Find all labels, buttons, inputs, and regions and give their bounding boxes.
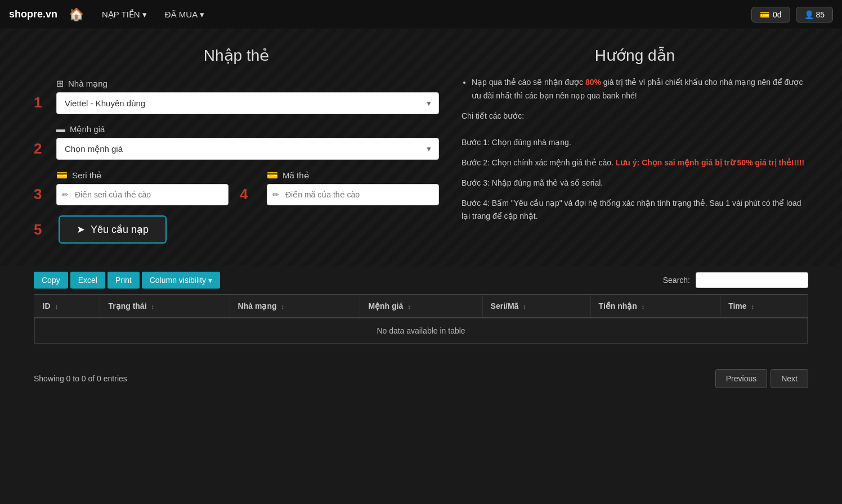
wallet-badge: 💳 0đ: [751, 7, 790, 22]
denomination-select[interactable]: Chọn mệnh giá 10,000 20,000 50,000 100,0…: [56, 138, 439, 160]
navbar-right: 💳 0đ 👤 85: [751, 7, 833, 22]
network-select[interactable]: Viettel - Khuyên dùng Mobifone Vinaphone…: [56, 92, 439, 114]
col-trang-thai-sort: ↕: [151, 303, 154, 310]
submit-button[interactable]: ➤ Yêu cầu nạp: [59, 215, 167, 244]
submit-icon: ➤: [77, 223, 85, 236]
brand-logo[interactable]: shopre.vn: [9, 8, 57, 20]
wallet-icon: 💳: [760, 10, 769, 19]
search-input[interactable]: [696, 272, 808, 288]
col-time-label: Time: [728, 302, 746, 310]
two-col-inputs: 💳 Seri thẻ ✏ 4 💳 Mã thẻ: [56, 170, 439, 205]
col-seri-ma-label: Seri/Mã: [491, 302, 519, 310]
guide-step3: Bước 3: Nhập đúng mã thẻ và số serial.: [462, 177, 808, 190]
col-visibility-button[interactable]: Column visibility ▾: [142, 272, 220, 289]
pagination-row: Showing 0 to 0 of 0 entries Previous Nex…: [0, 361, 842, 396]
col-menh-gia-sort: ↕: [407, 303, 411, 310]
guide-title: Hướng dẫn: [462, 46, 808, 65]
ma-icon: 💳: [267, 170, 278, 181]
guide-step4: Bước 4: Bấm "Yêu cầu nạp" và đợi hệ thốn…: [462, 197, 808, 224]
col-id-label: ID: [43, 302, 51, 310]
guide-percent: 80%: [585, 78, 601, 87]
user-badge: 👤 85: [796, 7, 833, 22]
seri-input-wrapper: ✏: [56, 184, 229, 205]
table-section: Copy Excel Print Column visibility ▾ Sea…: [0, 266, 842, 361]
ma-input-wrapper: ✏: [267, 184, 439, 205]
copy-button[interactable]: Copy: [34, 272, 68, 289]
guide-text: Nạp qua thẻ cào sẽ nhận được 80% giá trị…: [462, 76, 808, 223]
no-data-cell: No data available in table: [35, 318, 808, 344]
table-toolbar: Copy Excel Print Column visibility ▾ Sea…: [34, 272, 808, 289]
col-time[interactable]: Time ↕: [720, 295, 808, 318]
network-icon: ⊞: [56, 78, 64, 89]
col-nha-mang-sort: ↕: [281, 303, 284, 310]
col-trang-thai-label: Trạng thái: [108, 302, 146, 310]
submit-label: Yêu cầu nạp: [91, 223, 149, 236]
previous-button[interactable]: Previous: [715, 369, 767, 388]
step3-content: 💳 Seri thẻ ✏: [56, 170, 229, 205]
form-title: Nhập thẻ: [34, 46, 439, 65]
form-step-1: 1 ⊞ Nhà mạng Viettel - Khuyên dùng Mobif…: [34, 78, 439, 114]
excel-button[interactable]: Excel: [70, 272, 105, 289]
col-menh-gia-label: Mệnh giá: [368, 302, 403, 310]
step4-label: 💳 Mã thẻ: [267, 170, 439, 181]
col-seri-ma[interactable]: Seri/Mã ↕: [482, 295, 590, 318]
menu-item-nap-tien[interactable]: NẠP TIỀN ▾: [95, 6, 154, 23]
data-table: ID ↕ Trạng thái ↕ Nhà mạng ↕ Mệnh giá ↕: [34, 295, 808, 344]
print-button[interactable]: Print: [108, 272, 140, 289]
next-button[interactable]: Next: [771, 369, 808, 388]
step4-label-text: Mã thẻ: [283, 170, 309, 181]
guide-step2-prefix: Bước 2: Chọn chính xác mệnh giá thẻ cào.: [462, 158, 616, 167]
col-id[interactable]: ID ↕: [35, 295, 100, 318]
wallet-amount: 0đ: [773, 10, 782, 19]
search-label: Search:: [663, 276, 690, 285]
guide-step4-text: Bước 4: Bấm "Yêu cầu nạp" và đợi hệ thốn…: [462, 199, 801, 221]
main-content: Nhập thẻ 1 ⊞ Nhà mạng Viettel - Khuyên d…: [0, 40, 842, 260]
guide-step2-warn: Lưu ý: Chọn sai mệnh giá bị trừ 50% giá …: [616, 158, 804, 167]
col-tien-nhan-label: Tiền nhận: [599, 302, 637, 310]
form-step-2: 2 ▬ Mệnh giá Chọn mệnh giá 10,000 20,000…: [34, 124, 439, 160]
denomination-select-wrapper: Chọn mệnh giá 10,000 20,000 50,000 100,0…: [56, 138, 439, 160]
home-icon[interactable]: 🏠: [69, 7, 84, 22]
guide-step2: Bước 2: Chọn chính xác mệnh giá thẻ cào.…: [462, 156, 808, 170]
step1-content: ⊞ Nhà mạng Viettel - Khuyên dùng Mobifon…: [56, 78, 439, 114]
col-time-sort: ↕: [751, 303, 754, 310]
step-number-3: 3: [34, 170, 50, 203]
showing-text: Showing 0 to 0 of 0 entries: [34, 374, 127, 383]
col-tien-nhan[interactable]: Tiền nhận ↕: [590, 295, 720, 318]
table-head: ID ↕ Trạng thái ↕ Nhà mạng ↕ Mệnh giá ↕: [35, 295, 808, 318]
denomination-icon: ▬: [56, 124, 65, 134]
step3-label-text: Seri thẻ: [72, 170, 101, 181]
network-select-wrapper: Viettel - Khuyên dùng Mobifone Vinaphone…: [56, 92, 439, 114]
guide-note: Nạp qua thẻ cào sẽ nhận được 80% giá trị…: [472, 76, 808, 103]
step4-content: 💳 Mã thẻ ✏: [267, 170, 439, 205]
step1-label: ⊞ Nhà mạng: [56, 78, 439, 89]
col-menh-gia[interactable]: Mệnh giá ↕: [360, 295, 482, 318]
guide-detail-label: Chi tiết các bước:: [462, 110, 808, 123]
form-step-3-4: 3 💳 Seri thẻ ✏ 4: [34, 170, 439, 205]
step-number-1: 1: [34, 78, 50, 111]
step2-content: ▬ Mệnh giá Chọn mệnh giá 10,000 20,000 5…: [56, 124, 439, 160]
col-trang-thai[interactable]: Trạng thái ↕: [100, 295, 230, 318]
guide-step3-text: Bước 3: Nhập đúng mã thẻ và số serial.: [462, 178, 603, 187]
step-number-4: 4: [240, 170, 256, 205]
col-visibility-label: Column visibility: [150, 276, 206, 285]
user-icon: 👤: [804, 10, 814, 19]
col-nha-mang[interactable]: Nhà mạng ↕: [230, 295, 360, 318]
seri-icon: 💳: [56, 170, 68, 181]
user-value: 85: [816, 10, 825, 19]
no-data-row: No data available in table: [35, 318, 808, 344]
step3-label: 💳 Seri thẻ: [56, 170, 229, 181]
col-tien-nhan-sort: ↕: [642, 303, 645, 310]
ma-pencil-icon: ✏: [272, 190, 279, 199]
left-panel: Nhập thẻ 1 ⊞ Nhà mạng Viettel - Khuyên d…: [34, 46, 439, 244]
col-id-sort: ↕: [55, 303, 58, 310]
ma-input[interactable]: [267, 184, 439, 205]
guide-step1: Bước 1: Chọn đúng nhà mạng.: [462, 136, 808, 150]
guide-step1-text: Bước 1: Chọn đúng nhà mạng.: [462, 138, 571, 147]
menu-item-da-mua[interactable]: ĐÃ MUA ▾: [158, 6, 211, 23]
seri-input[interactable]: [56, 184, 229, 205]
col-nha-mang-label: Nhà mạng: [238, 302, 277, 310]
step-number-5: 5: [34, 221, 50, 238]
col-seri-ma-sort: ↕: [523, 303, 526, 310]
navbar-menu: NẠP TIỀN ▾ ĐÃ MUA ▾: [95, 6, 751, 23]
